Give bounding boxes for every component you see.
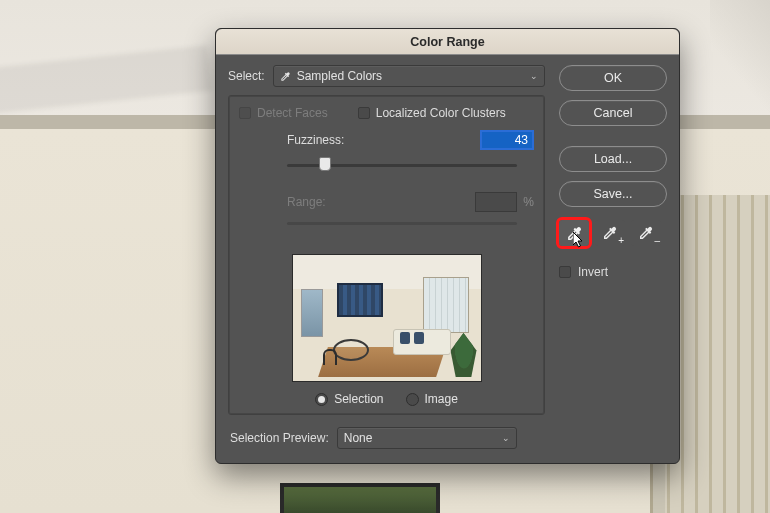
- radio-icon: [406, 393, 419, 406]
- detect-faces-label: Detect Faces: [257, 106, 328, 120]
- select-label: Select:: [228, 69, 265, 83]
- select-dropdown[interactable]: Sampled Colors ⌄: [273, 65, 545, 87]
- pv-wall-art: [337, 283, 383, 317]
- range-slider: [287, 212, 517, 236]
- fuzziness-label: Fuzziness:: [287, 133, 359, 147]
- selection-preview-dropdown[interactable]: None ⌄: [337, 427, 517, 449]
- eyedropper-plus-icon: [602, 225, 618, 241]
- eyedropper-tools: + –: [559, 220, 667, 246]
- dialog-right-column: OK Cancel Load... Save... + –: [559, 65, 667, 449]
- radio-icon: [315, 393, 328, 406]
- fuzziness-input[interactable]: [480, 130, 534, 150]
- slider-thumb[interactable]: [319, 157, 331, 171]
- preview-thumbnail[interactable]: [292, 254, 482, 382]
- chevron-down-icon: ⌄: [530, 71, 538, 81]
- localized-clusters-label: Localized Color Clusters: [376, 106, 506, 120]
- eyedropper-icon: [280, 71, 291, 82]
- pv-chair: [323, 349, 337, 365]
- chevron-down-icon: ⌄: [502, 433, 510, 443]
- select-value: Sampled Colors: [297, 69, 382, 83]
- radio-image-label: Image: [425, 392, 458, 406]
- save-label: Save...: [594, 187, 633, 201]
- selection-preview-label: Selection Preview:: [230, 431, 329, 445]
- eyedropper-icon: [566, 225, 583, 242]
- invert-checkbox[interactable]: [559, 266, 571, 278]
- pv-window-right: [423, 277, 469, 333]
- eyedropper-minus-icon: [638, 225, 654, 241]
- ok-button[interactable]: OK: [559, 65, 667, 91]
- plus-icon: +: [618, 235, 624, 246]
- options-panel: Detect Faces Localized Color Clusters Fu…: [228, 95, 545, 415]
- radio-image[interactable]: Image: [406, 392, 458, 406]
- radio-selection-label: Selection: [334, 392, 383, 406]
- save-button[interactable]: Save...: [559, 181, 667, 207]
- bg-footer-strip: [280, 483, 440, 513]
- dialog-left-column: Select: Sampled Colors ⌄ Detect Faces Lo…: [228, 65, 545, 449]
- color-range-dialog: Color Range Select: Sampled Colors ⌄ Det…: [215, 28, 680, 464]
- minus-icon: –: [654, 235, 660, 246]
- cancel-button[interactable]: Cancel: [559, 100, 667, 126]
- eyedropper-tool[interactable]: [559, 220, 589, 246]
- load-button[interactable]: Load...: [559, 146, 667, 172]
- pv-table: [333, 339, 369, 361]
- detect-faces-checkbox: [239, 107, 251, 119]
- range-input: [475, 192, 517, 212]
- eyedropper-subtract-tool[interactable]: –: [631, 220, 661, 246]
- pv-window-left: [301, 289, 323, 337]
- radio-selection[interactable]: Selection: [315, 392, 383, 406]
- fuzziness-slider[interactable]: [287, 154, 517, 178]
- invert-label: Invert: [578, 265, 608, 279]
- dialog-title: Color Range: [216, 29, 679, 55]
- selection-preview-value: None: [344, 431, 373, 445]
- localized-clusters-checkbox[interactable]: [358, 107, 370, 119]
- range-label: Range:: [287, 195, 359, 209]
- load-label: Load...: [594, 152, 632, 166]
- dialog-title-text: Color Range: [410, 35, 484, 49]
- eyedropper-add-tool[interactable]: +: [595, 220, 625, 246]
- ok-label: OK: [604, 71, 622, 85]
- cancel-label: Cancel: [594, 106, 633, 120]
- pv-sofa: [393, 329, 451, 355]
- range-unit: %: [523, 195, 534, 209]
- slider-track: [287, 222, 517, 225]
